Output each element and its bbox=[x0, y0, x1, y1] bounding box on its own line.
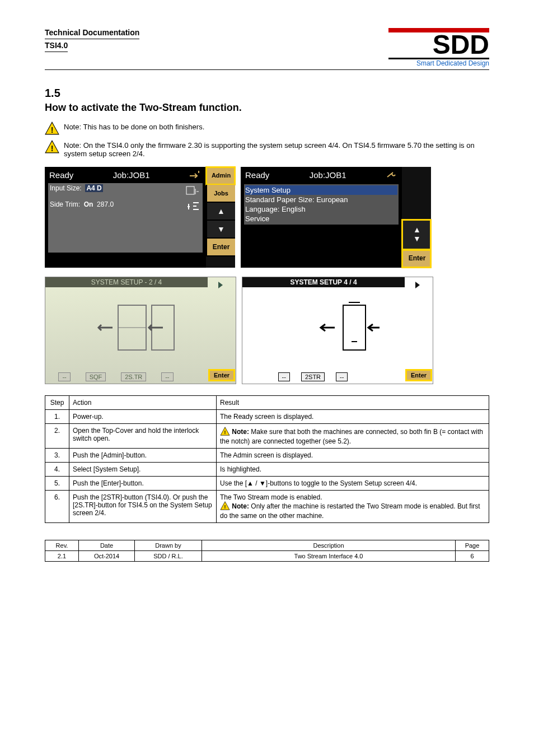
result-text: ]-buttons to toggle to the System Setup … bbox=[266, 479, 417, 487]
col-step: Step bbox=[45, 396, 69, 410]
step-num: 3. bbox=[45, 449, 69, 463]
input-size-value: A4 D bbox=[86, 184, 101, 192]
section-number: 1.5 bbox=[45, 87, 489, 100]
footer-desc-h: Description bbox=[202, 540, 456, 551]
side-trim-value: 287.0 bbox=[97, 200, 114, 208]
input-size-label: Input Size: bbox=[50, 184, 82, 192]
doc-header-line1: Technical Documentation bbox=[45, 28, 139, 39]
status-label: Ready bbox=[49, 170, 73, 180]
step-action: Push the [2STR]-button (TSI4.0). Or push… bbox=[69, 491, 217, 523]
footer-rev-h: Rev. bbox=[45, 540, 79, 551]
label-dash-1: -- bbox=[278, 372, 290, 381]
ui-screenshot-setup-4-4: SYSTEM SETUP 4 / 4 -- 2STR -- Enter bbox=[242, 277, 433, 384]
enter-button[interactable]: Enter bbox=[206, 239, 235, 256]
status-label: Ready bbox=[245, 170, 269, 181]
svg-marker-12 bbox=[415, 282, 420, 288]
footer-desc: Two Stream Interface 4.0 bbox=[202, 551, 456, 562]
job-label: Job:JOB1 bbox=[113, 170, 150, 180]
service-item[interactable]: Service bbox=[245, 214, 397, 223]
section-title: How to activate the Two-Stream function. bbox=[45, 102, 489, 114]
ui-screenshot-ready: Ready Job:JOB1 Input Size: A4 D Side T bbox=[45, 167, 235, 268]
logo-subtext: Smart Dedicated Design bbox=[388, 59, 489, 67]
svg-text:!: ! bbox=[51, 144, 54, 153]
footer-page: 6 bbox=[456, 551, 489, 562]
footer-drawn-h: Drawn by bbox=[135, 540, 202, 551]
warning-icon: ! bbox=[220, 427, 230, 437]
step-num: 6. bbox=[45, 491, 69, 523]
step-result: The Admin screen is displayed. bbox=[217, 449, 489, 463]
doc-header-line2: TSI4.0 bbox=[45, 41, 68, 52]
jobs-button[interactable]: Jobs bbox=[206, 185, 235, 203]
system-setup-title: SYSTEM SETUP 4 / 4 bbox=[242, 277, 405, 287]
svg-text:!: ! bbox=[51, 125, 54, 134]
step-action: Open the Top-Cover and hold the interloc… bbox=[69, 424, 217, 449]
table-row: 2. Open the Top-Cover and hold the inter… bbox=[45, 424, 489, 449]
col-action: Action bbox=[69, 396, 217, 410]
enter-button[interactable]: Enter bbox=[402, 250, 431, 268]
svg-text:!: ! bbox=[224, 430, 226, 435]
trim-icon bbox=[185, 200, 201, 214]
admin-button[interactable]: Admin bbox=[206, 167, 235, 185]
table-row: 3. Push the [Admin]-button. The Admin sc… bbox=[45, 449, 489, 463]
step-num: 5. bbox=[45, 477, 69, 491]
up-down-button[interactable]: ▲▼ bbox=[402, 220, 431, 250]
warning-icon: ! bbox=[45, 122, 60, 137]
label-2str[interactable]: 2STR bbox=[301, 372, 325, 381]
svg-text:!: ! bbox=[224, 504, 226, 510]
step-result: The Two Stream mode is enabled. ! Note: … bbox=[217, 491, 489, 523]
system-setup-item[interactable]: System Setup bbox=[245, 185, 397, 195]
footer-date-h: Date bbox=[79, 540, 135, 551]
result-text: Use the [ bbox=[220, 479, 247, 487]
footer-page-h: Page bbox=[456, 540, 489, 551]
sdd-logo: SDD Smart Dedicated Design bbox=[388, 28, 489, 67]
step-action: Push the [Enter]-button. bbox=[69, 477, 217, 491]
note-label: Note: bbox=[232, 428, 249, 436]
table-row: 6. Push the [2STR]-button (TSI4.0). Or p… bbox=[45, 491, 489, 523]
booklet-icon bbox=[185, 184, 201, 198]
paper-size-item[interactable]: Standard Paper Size: European bbox=[245, 195, 397, 204]
footer-rev: 2.1 bbox=[45, 551, 79, 562]
step-action: Select [System Setup]. bbox=[69, 463, 217, 477]
footer-table: Rev. Date Drawn by Description Page 2.1 … bbox=[45, 540, 489, 562]
step-result: Use the [▲ / ▼]-buttons to toggle to the… bbox=[217, 477, 489, 491]
tool-icon bbox=[386, 170, 397, 181]
note-text: Only after the machine is restarted the … bbox=[220, 502, 480, 520]
next-icon[interactable] bbox=[216, 281, 225, 290]
step-action: Power-up. bbox=[69, 410, 217, 424]
ui-screenshot-system-setup-list: Ready Job:JOB1 System Setup Standard Pap… bbox=[241, 167, 431, 268]
warning-icon: ! bbox=[45, 140, 60, 155]
col-result: Result bbox=[217, 396, 489, 410]
feed-icon bbox=[189, 170, 202, 180]
steps-table: Step Action Result 1. Power-up. The Read… bbox=[45, 395, 489, 523]
label-2str[interactable]: 2S.TR bbox=[121, 372, 146, 381]
step-result: The Ready screen is displayed. bbox=[217, 410, 489, 424]
ui-screenshot-setup-2-4: SYSTEM SETUP - 2 / 4 -- SQF 2S.TR -- E bbox=[45, 277, 236, 384]
note-text: Make sure that both the machines are con… bbox=[220, 428, 483, 445]
warning-icon: ! bbox=[220, 501, 230, 512]
svg-rect-9 bbox=[343, 305, 366, 350]
warning-note-2: Note: On the TSI4.0 only the firmware 2.… bbox=[60, 140, 489, 158]
note-label: Note: bbox=[232, 502, 249, 510]
next-icon[interactable] bbox=[413, 281, 422, 290]
enter-button[interactable]: Enter bbox=[209, 370, 234, 380]
up-button[interactable]: ▲ bbox=[206, 203, 235, 221]
side-trim-label: Side Trim: bbox=[50, 200, 80, 208]
svg-rect-4 bbox=[186, 186, 194, 194]
warning-note-1: Note: This has to be done on both finish… bbox=[60, 122, 489, 131]
result-line1: The Two Stream mode is enabled. bbox=[220, 493, 485, 501]
step-result: Is highlighted. bbox=[217, 463, 489, 477]
table-row: 5. Push the [Enter]-button. Use the [▲ /… bbox=[45, 477, 489, 491]
label-dash-2: -- bbox=[336, 372, 348, 381]
step-num: 4. bbox=[45, 463, 69, 477]
label-dash-2: -- bbox=[161, 372, 173, 381]
step-num: 1. bbox=[45, 410, 69, 424]
label-dash-1: -- bbox=[58, 372, 70, 381]
label-sqf[interactable]: SQF bbox=[86, 372, 106, 381]
step-result: ! Note: Make sure that both the machines… bbox=[217, 424, 489, 449]
enter-button[interactable]: Enter bbox=[406, 370, 431, 380]
down-button[interactable]: ▼ bbox=[206, 221, 235, 239]
table-row: 1. Power-up. The Ready screen is display… bbox=[45, 410, 489, 424]
step-action: Push the [Admin]-button. bbox=[69, 449, 217, 463]
svg-marker-8 bbox=[218, 282, 223, 288]
language-item[interactable]: Language: English bbox=[245, 204, 397, 214]
